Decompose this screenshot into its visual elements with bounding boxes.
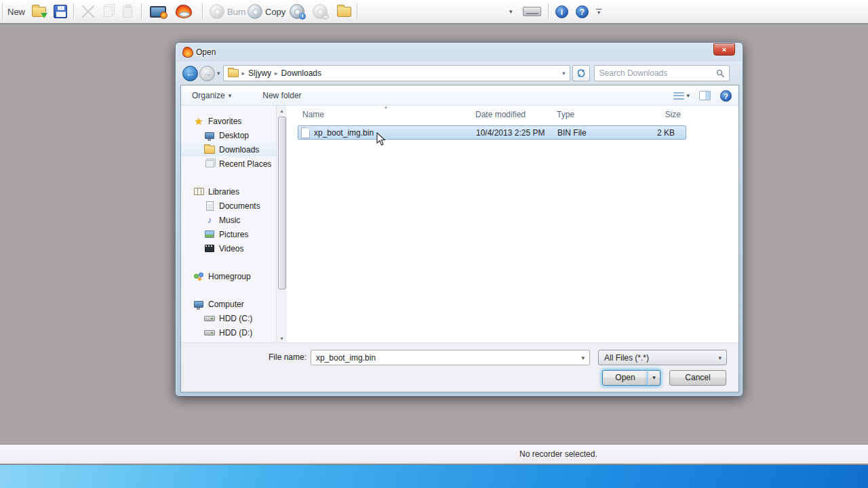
info-button[interactable]: i [553, 0, 570, 23]
chevron-down-icon: ▾ [229, 92, 232, 99]
sidebar-item-label: Desktop [219, 131, 249, 140]
refresh-button[interactable] [572, 65, 590, 81]
sort-ascending-icon: ▴ [384, 104, 387, 110]
sidebar-item-label: HDD (D:) [219, 328, 252, 338]
status-text: No recorder selected. [519, 449, 597, 459]
file-list: ▴ Name Date modified Type Size xp_boot_i… [287, 106, 738, 344]
file-name-input[interactable] [316, 353, 581, 363]
file-name-label: File name: [259, 352, 307, 362]
device-button[interactable] [148, 0, 168, 23]
copy-disc-icon [248, 4, 262, 19]
sidebar-item-downloads[interactable]: Downloads [181, 142, 276, 157]
help-button[interactable]: ? [574, 0, 591, 23]
views-button[interactable]: ▾ [673, 92, 690, 100]
status-bar: No recorder selected. [0, 444, 868, 465]
organize-button[interactable]: Organize ▾ [186, 91, 237, 100]
sidebar-item-music[interactable]: ♪ Music [181, 213, 276, 227]
save-button[interactable] [52, 0, 69, 23]
new-button[interactable]: New [5, 0, 27, 23]
new-button-label: New [7, 7, 25, 17]
burn-button[interactable]: Burn [208, 0, 248, 23]
sidebar-item-desktop[interactable]: Desktop [181, 128, 276, 142]
toolbar-separator [202, 3, 203, 20]
toolbar-separator [357, 3, 357, 20]
scrollbar-thumb[interactable] [278, 117, 286, 289]
sidebar-item-recent-places[interactable]: Recent Places [181, 157, 276, 171]
copy-pages-icon [104, 6, 113, 17]
forward-button[interactable]: → [199, 66, 215, 81]
info-icon: i [555, 5, 568, 18]
cut-icon [82, 5, 94, 18]
breadcrumb-user[interactable]: Sljywy [248, 68, 271, 78]
sidebar-item-label: Videos [219, 244, 243, 253]
sidebar-item-hdd-d[interactable]: HDD (D:) [181, 325, 276, 340]
search-input[interactable] [599, 68, 715, 78]
column-header-size[interactable]: Size [635, 108, 686, 119]
cut-button[interactable] [80, 0, 96, 23]
file-size: 2 KB [635, 128, 680, 138]
sidebar-item-label: HDD (C:) [219, 314, 252, 323]
sidebar-item-pictures[interactable]: Pictures [181, 227, 276, 241]
open-button[interactable]: Open [602, 370, 648, 386]
sidebar-item-libraries[interactable]: Libraries [181, 184, 276, 199]
open-split-dropdown[interactable]: ▾ [648, 370, 660, 386]
burn-project-button[interactable] [174, 0, 194, 23]
toolbar-overflow-button[interactable]: ▾ [594, 0, 604, 23]
breadcrumb[interactable]: ▸ Sljywy ▸ Downloads ▾ [223, 65, 570, 81]
chevron-down-icon[interactable]: ▾ [581, 354, 585, 361]
sidebar-item-label: Downloads [219, 145, 259, 155]
history-dropdown-icon[interactable]: ▾ [217, 70, 220, 77]
sidebar-item-label: Recent Places [219, 159, 271, 169]
dialog-titlebar[interactable]: Open × [176, 43, 743, 62]
back-button[interactable]: ← [182, 66, 198, 81]
browse-folder-button[interactable] [335, 0, 353, 23]
burn-flame-icon [176, 5, 192, 18]
sidebar-item-videos[interactable]: Videos [181, 241, 276, 256]
sidebar-item-label: Documents [219, 201, 260, 211]
address-dropdown-icon[interactable]: ▾ [562, 70, 566, 77]
sidebar-item-homegroup[interactable]: Homegroup [181, 269, 276, 283]
address-bar: ← → ▾ ▸ Sljywy ▸ Downloads ▾ [177, 62, 743, 85]
sidebar-item-hdd-c[interactable]: HDD (C:) [181, 311, 276, 325]
recorder-drive-button[interactable] [521, 0, 543, 23]
new-folder-button[interactable]: New folder [257, 91, 307, 100]
document-icon [204, 201, 215, 211]
refresh-icon [576, 68, 586, 78]
scroll-up-icon[interactable]: ▴ [277, 108, 287, 114]
recorder-dropdown[interactable]: ▾ [507, 0, 515, 23]
overflow-chevron-icon: ▾ [596, 9, 601, 15]
list-header: ▴ Name Date modified Type Size [298, 106, 738, 122]
disc-info-button[interactable]: i [288, 0, 307, 23]
open-file-button[interactable] [30, 0, 48, 23]
music-note-icon: ♪ [204, 215, 215, 226]
sidebar-item-label: Pictures [219, 230, 248, 239]
dialog-help-button[interactable]: ? [720, 90, 732, 102]
sidebar-item-computer[interactable]: Computer [181, 297, 276, 311]
erase-disc-button[interactable] [311, 0, 330, 23]
column-header-type[interactable]: Type [557, 108, 635, 119]
sidebar-item-documents[interactable]: Documents [181, 199, 276, 213]
file-date-modified: 10/4/2013 2:25 PM [476, 128, 557, 138]
erase-disc-icon [313, 4, 328, 19]
device-monitor-icon [150, 6, 166, 18]
hard-drive-icon [204, 313, 215, 324]
burn-disc-icon [210, 4, 224, 19]
column-header-name[interactable]: Name [298, 108, 475, 119]
dialog-body: ★ Favorites Desktop Downloads Recent Pla… [181, 106, 738, 344]
search-box [594, 65, 730, 81]
mouse-cursor [376, 132, 387, 146]
file-type-dropdown[interactable]: All Files (*.*) ▾ [598, 350, 727, 365]
paste-button[interactable] [121, 0, 134, 23]
copy-clipboard-button[interactable] [99, 0, 115, 23]
column-header-date-modified[interactable]: Date modified [475, 108, 557, 119]
scroll-down-icon[interactable]: ▾ [277, 336, 287, 342]
copy-disc-button[interactable]: Copy [245, 0, 288, 23]
close-button[interactable]: × [713, 43, 735, 56]
breadcrumb-downloads[interactable]: Downloads [281, 68, 321, 78]
sidebar-scrollbar[interactable]: ▴ ▾ [276, 106, 287, 344]
sidebar-item-favorites[interactable]: ★ Favorites [181, 114, 276, 128]
downloads-folder-icon [204, 144, 215, 155]
cancel-button[interactable]: Cancel [669, 370, 726, 386]
preview-pane-button[interactable] [699, 91, 711, 100]
file-row[interactable]: xp_boot_img.bin 10/4/2013 2:25 PM BIN Fi… [298, 125, 686, 140]
